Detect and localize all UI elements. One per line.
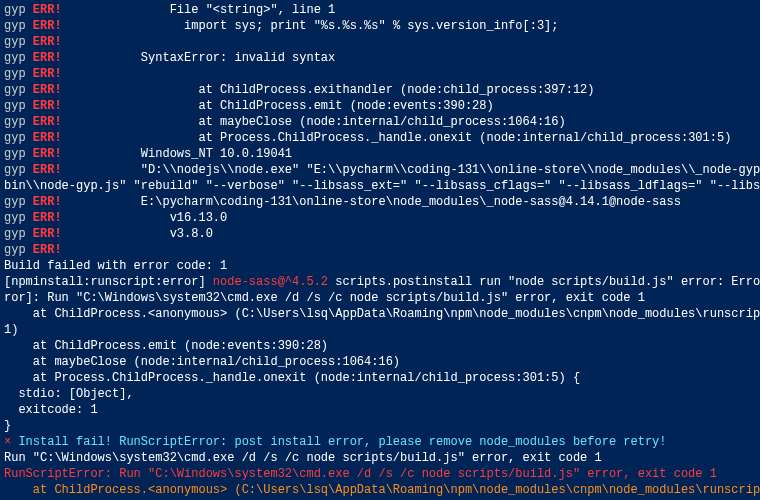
- gyp-label: gyp: [4, 163, 26, 177]
- gyp-label: gyp: [4, 243, 26, 257]
- terminal-line: gyp ERR! at ChildProcess.emit (node:even…: [4, 98, 756, 114]
- terminal-output[interactable]: gyp ERR! File "<string>", line 1gyp ERR!…: [0, 0, 760, 500]
- terminal-line: gyp ERR! import sys; print "%s.%s.%s" % …: [4, 18, 756, 34]
- err-label: ERR!: [26, 51, 69, 65]
- terminal-line: gyp ERR!: [4, 34, 756, 50]
- terminal-line: gyp ERR! SyntaxError: invalid syntax: [4, 50, 756, 66]
- gyp-label: gyp: [4, 147, 26, 161]
- build-failed: Build failed with error code: 1: [4, 259, 227, 273]
- terminal-line: at ChildProcess.emit (node:events:390:28…: [4, 338, 756, 354]
- terminal-line: gyp ERR! "D:\\nodejs\\node.exe" "E:\\pyc…: [4, 162, 756, 178]
- err-label: ERR!: [26, 115, 69, 129]
- err-label: ERR!: [26, 99, 69, 113]
- terminal-line: gyp ERR!: [4, 66, 756, 82]
- terminal-line: gyp ERR! E:\pycharm\coding-131\online-st…: [4, 194, 756, 210]
- terminal-line: gyp ERR! Windows_NT 10.0.19041: [4, 146, 756, 162]
- err-label: ERR!: [26, 163, 69, 177]
- err-label: ERR!: [26, 147, 69, 161]
- err-label: ERR!: [26, 195, 69, 209]
- install-fail-message: Install fail! RunScriptError: post insta…: [11, 435, 666, 449]
- gyp-label: gyp: [4, 35, 26, 49]
- terminal-line: at ChildProcess.<anonymous> (C:\Users\ls…: [4, 306, 756, 322]
- gyp-label: gyp: [4, 99, 26, 113]
- gyp-label: gyp: [4, 83, 26, 97]
- gyp-label: gyp: [4, 211, 26, 225]
- terminal-line: gyp ERR! at maybeClose (node:internal/ch…: [4, 114, 756, 130]
- terminal-line: [npminstall:runscript:error] node-sass@^…: [4, 274, 756, 290]
- err-label: ERR!: [26, 227, 69, 241]
- terminal-line: gyp ERR! v3.8.0: [4, 226, 756, 242]
- terminal-line: }: [4, 418, 756, 434]
- gyp-label: gyp: [4, 131, 26, 145]
- terminal-line: gyp ERR! at Process.ChildProcess._handle…: [4, 130, 756, 146]
- terminal-line: Run "C:\Windows\system32\cmd.exe /d /s /…: [4, 450, 756, 466]
- err-label: ERR!: [26, 67, 69, 81]
- err-label: ERR!: [26, 35, 69, 49]
- terminal-line: 1): [4, 322, 756, 338]
- terminal-line: bin\\node-gyp.js" "rebuild" "--verbose" …: [4, 178, 756, 194]
- terminal-line: gyp ERR! at ChildProcess.exithandler (no…: [4, 82, 756, 98]
- terminal-line: exitcode: 1: [4, 402, 756, 418]
- err-label: ERR!: [26, 243, 69, 257]
- terminal-line: stdio: [Object],: [4, 386, 756, 402]
- terminal-line: at maybeClose (node:internal/child_proce…: [4, 354, 756, 370]
- runscript-error: RunScriptError: Run "C:\Windows\system32…: [4, 467, 717, 481]
- terminal-line: gyp ERR!: [4, 242, 756, 258]
- err-label: ERR!: [26, 3, 69, 17]
- npminstall-error-tag: [npminstall:runscript:error]: [4, 275, 206, 289]
- err-label: ERR!: [26, 211, 69, 225]
- gyp-label: gyp: [4, 115, 26, 129]
- gyp-label: gyp: [4, 3, 26, 17]
- terminal-line: gyp ERR! File "<string>", line 1: [4, 2, 756, 18]
- gyp-label: gyp: [4, 195, 26, 209]
- gyp-label: gyp: [4, 67, 26, 81]
- terminal-line: at ChildProcess.<anonymous> (C:\Users\ls…: [4, 482, 756, 498]
- failing-package: node-sass@^4.5.2: [206, 275, 336, 289]
- terminal-line: Build failed with error code: 1: [4, 258, 756, 274]
- err-label: ERR!: [26, 131, 69, 145]
- terminal-line: × Install fail! RunScriptError: post ins…: [4, 434, 756, 450]
- err-label: ERR!: [26, 83, 69, 97]
- gyp-label: gyp: [4, 227, 26, 241]
- terminal-line: RunScriptError: Run "C:\Windows\system32…: [4, 466, 756, 482]
- gyp-label: gyp: [4, 19, 26, 33]
- terminal-line: at Process.ChildProcess._handle.onexit (…: [4, 370, 756, 386]
- terminal-line: gyp ERR! v16.13.0: [4, 210, 756, 226]
- gyp-label: gyp: [4, 51, 26, 65]
- err-label: ERR!: [26, 19, 69, 33]
- terminal-line: ror]: Run "C:\Windows\system32\cmd.exe /…: [4, 290, 756, 306]
